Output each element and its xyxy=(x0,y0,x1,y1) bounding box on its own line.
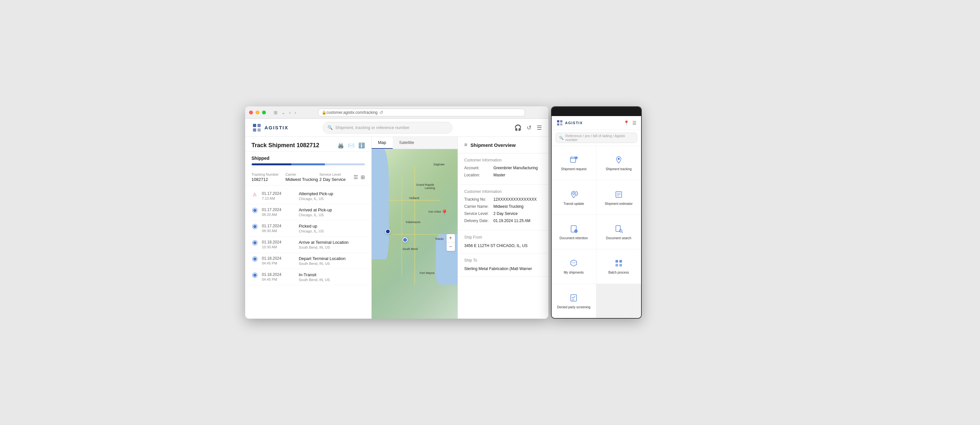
location-value: Master xyxy=(493,173,506,177)
tab-satellite[interactable]: Satellite xyxy=(393,137,421,149)
tracking-info-section: Customer Information Tracking No: 12XXXX… xyxy=(458,185,548,230)
map-container[interactable]: SaginawGrand RapidsHollandLansingKalamaz… xyxy=(372,149,458,319)
event-dot xyxy=(253,241,257,245)
city-label: Fort Wayne xyxy=(420,271,434,274)
refresh-icon[interactable]: ↺ xyxy=(379,110,383,115)
progress-segment-3 xyxy=(325,163,364,165)
back-icon[interactable]: ‹ xyxy=(289,110,291,115)
maximize-button[interactable] xyxy=(262,111,266,114)
mobile-item-label-1: Shipment tracking xyxy=(606,167,632,171)
mobile-logo: AGISTIX xyxy=(556,119,583,127)
service-level-row: Service Level: 2 Day Service xyxy=(465,211,542,216)
event-desc-text: Depart Terminal Location xyxy=(299,256,364,261)
event-desc-text: Arrive at Terminal Location xyxy=(299,240,364,245)
carrier-name-row: Carrier Name: Midwest Trucking xyxy=(465,204,542,209)
headset-icon[interactable]: 🎧 xyxy=(514,124,522,131)
mobile-grid-item-2[interactable]: Transit update xyxy=(552,180,597,214)
shipped-label: Shipped xyxy=(251,155,365,161)
mobile-grid-item-3[interactable]: Shipment estimator xyxy=(597,180,641,214)
svg-rect-25 xyxy=(616,264,618,266)
menu-icon[interactable]: ☰ xyxy=(537,124,542,131)
nav-controls: ⊞ ⌄ ‹ › xyxy=(274,110,296,115)
info-icon[interactable]: ℹ️ xyxy=(358,142,365,149)
mobile-search-icon: 🔍 xyxy=(559,136,563,140)
zoom-out-button[interactable]: − xyxy=(447,243,455,251)
mobile-panel: AGISTIX 📍 ☰ 🔍 Reference / pro / bill of … xyxy=(551,106,642,319)
tracking-no-row: Tracking No: 12XXXXXXXXXXXXXXX xyxy=(465,197,542,201)
mobile-item-label-3: Shipment estimator xyxy=(605,201,633,206)
progress-bar xyxy=(251,163,365,165)
mobile-menu-icon[interactable]: ☰ xyxy=(632,120,636,125)
svg-rect-7 xyxy=(560,123,562,125)
mobile-location-icon[interactable]: 📍 xyxy=(624,120,629,125)
email-icon[interactable]: ✉️ xyxy=(348,142,355,149)
forward-icon[interactable]: › xyxy=(294,110,296,115)
mobile-item-icon-8 xyxy=(568,293,579,303)
delivery-date-value: 01.19.2024 11:25 AM xyxy=(493,219,531,223)
event-date: 01.17.2024 xyxy=(262,224,295,228)
event-content: 01.17.2024 7:13 AM xyxy=(262,191,295,200)
grid-view-icon[interactable]: ⊞ xyxy=(361,174,365,180)
print-icon[interactable]: 🖨️ xyxy=(337,142,344,149)
logo-icon xyxy=(251,122,262,133)
mobile-search-bar[interactable]: 🔍 Reference / pro / bill of lading / Agi… xyxy=(552,130,641,146)
close-button[interactable] xyxy=(249,111,253,114)
account-value: Greenbrier Manufacturing xyxy=(493,166,538,170)
ship-from-value: 3456 E 112TH ST CHICAGO, IL, US xyxy=(465,243,542,249)
tab-map[interactable]: Map xyxy=(372,137,393,149)
mobile-grid-item-6[interactable]: My shipments xyxy=(552,249,597,283)
tracking-bar: Tracking Number 1082712 Carrier Midwest … xyxy=(245,169,371,186)
city-label: Saginaw xyxy=(433,163,445,166)
minimize-button[interactable] xyxy=(256,111,259,114)
refresh-icon[interactable]: ↺ xyxy=(527,124,531,131)
mobile-grid-item-7[interactable]: Batch process xyxy=(597,249,641,283)
city-label: South Bend xyxy=(402,247,418,251)
event-dot xyxy=(253,208,257,212)
service-level-label: Service Level: xyxy=(465,211,493,216)
window-layout-icon[interactable]: ⊞ xyxy=(274,110,278,115)
event-location: South Bend, IN, US xyxy=(299,246,364,249)
city-label: Grand Rapids xyxy=(416,183,434,186)
notch-shape xyxy=(580,108,612,115)
mobile-item-icon-0: + xyxy=(568,155,579,165)
event-date: 01.18.2024 xyxy=(262,272,295,277)
carrier-label: Carrier xyxy=(285,173,320,176)
svg-point-12 xyxy=(573,193,574,195)
mobile-grid-item-5[interactable]: Document search xyxy=(597,215,641,249)
account-label: Account: xyxy=(465,166,493,170)
url-bar[interactable]: 🔒 customer.agistix.com/tracking ↺ xyxy=(318,109,525,116)
event-location: Chicago, IL, US xyxy=(299,213,364,217)
mobile-grid-item-0[interactable]: + Shipment request xyxy=(552,146,597,180)
event-desc-text: In-Transit xyxy=(299,272,364,277)
mobile-grid-item-1[interactable]: Shipment tracking xyxy=(597,146,641,180)
road-3 xyxy=(393,234,441,235)
service-level-value: 2 Day Service xyxy=(493,211,518,216)
mobile-grid-item-4[interactable]: + Document retention xyxy=(552,215,597,249)
svg-point-11 xyxy=(618,158,620,160)
warning-icon: ⚠ xyxy=(253,192,257,197)
location-label: Location: xyxy=(465,173,493,177)
lock-icon: 🔒 xyxy=(322,110,326,115)
event-time: 04:45 PM xyxy=(262,261,295,265)
event-time: 04:45 PM xyxy=(262,278,295,281)
ship-to-section: Ship To Sterling Metal Fabrication (Matt… xyxy=(458,254,548,276)
mobile-item-label-6: My shipments xyxy=(563,270,584,274)
svg-rect-24 xyxy=(619,260,622,263)
overview-title: Shipment Overview xyxy=(471,142,515,148)
svg-rect-5 xyxy=(560,120,562,122)
event-time: 08:20 AM xyxy=(262,212,295,217)
mobile-search-placeholder: Reference / pro / bill of lading / Agist… xyxy=(566,134,634,142)
svg-rect-6 xyxy=(557,123,559,125)
event-description: Picked up Chicago, IL, US xyxy=(299,224,364,233)
mobile-item-label-2: Transit update xyxy=(563,201,584,206)
mobile-item-icon-1 xyxy=(614,155,624,165)
mobile-logo-text: AGISTIX xyxy=(565,121,583,125)
list-view-icon[interactable]: ☰ xyxy=(353,174,358,180)
zoom-in-button[interactable]: + xyxy=(447,234,455,243)
main-search[interactable]: 🔍 Shipment, tracking or reference number xyxy=(323,122,452,133)
mobile-item-icon-6 xyxy=(568,258,579,268)
mobile-grid-item-8[interactable]: Denied party screening xyxy=(552,284,597,318)
account-row: Account: Greenbrier Manufacturing xyxy=(465,166,542,170)
chevron-icon[interactable]: ⌄ xyxy=(282,110,285,115)
event-description: Depart Terminal Location South Bend, IN,… xyxy=(299,256,364,265)
